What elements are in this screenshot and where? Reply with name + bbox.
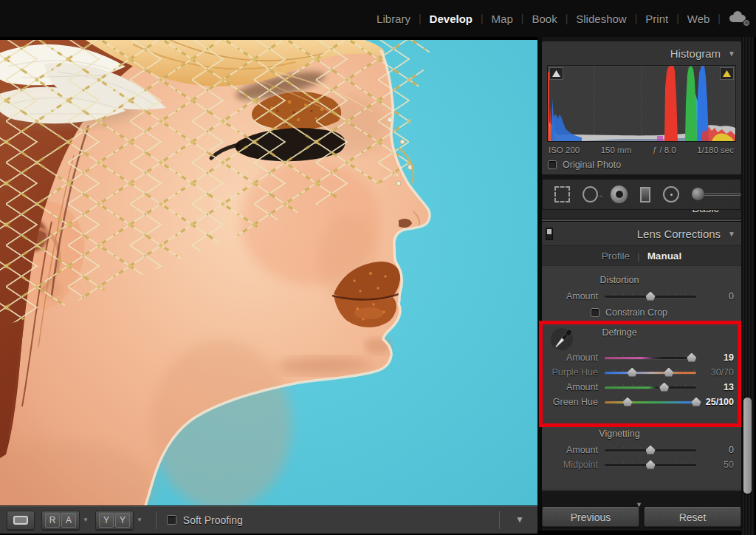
slider-handle[interactable] bbox=[664, 368, 673, 377]
defringe-purple-hue-slider[interactable] bbox=[605, 372, 696, 374]
nav-web[interactable]: Web bbox=[679, 13, 718, 25]
toolbar-options-caret[interactable]: ▼ bbox=[515, 514, 524, 525]
lens-corrections-title: Lens Corrections bbox=[637, 228, 721, 240]
photo-preview[interactable] bbox=[0, 37, 537, 505]
collapse-triangle-icon[interactable]: ▼ bbox=[728, 230, 735, 238]
slider-handle[interactable] bbox=[646, 292, 656, 301]
previous-button[interactable]: Previous bbox=[542, 507, 639, 527]
sync-cloud-icon[interactable]: × bbox=[728, 10, 750, 27]
exif-focal-length: 150 mm bbox=[601, 146, 632, 154]
histogram-graph bbox=[548, 66, 735, 141]
constrain-crop-row: Constrain Crop bbox=[542, 304, 741, 321]
nav-separator: | bbox=[718, 13, 721, 24]
clipped-panel-title: Basic bbox=[692, 210, 719, 214]
lens-corrections-panel: Lens Corrections ▼ Profile | Manual Dist… bbox=[542, 222, 741, 491]
exif-shutter: 1/180 sec bbox=[697, 146, 734, 154]
module-picker-bar: Library | Develop | Map | Book | Slidesh… bbox=[0, 0, 756, 37]
split-letter: Y bbox=[99, 513, 114, 528]
exif-aperture: ƒ / 8.0 bbox=[653, 146, 676, 154]
slider-handle[interactable] bbox=[646, 446, 656, 454]
exif-iso: ISO 200 bbox=[549, 146, 580, 154]
slider-label: Midpoint bbox=[545, 460, 598, 470]
slider-label: Amount bbox=[545, 352, 598, 363]
histogram-display[interactable] bbox=[547, 65, 736, 142]
collapse-triangle-icon[interactable]: ▼ bbox=[728, 50, 735, 58]
lens-corrections-content: Distortion Amount 0 Constrain Crop bbox=[542, 266, 741, 489]
distortion-amount-slider[interactable] bbox=[605, 296, 696, 298]
slider-handle[interactable] bbox=[646, 460, 656, 469]
original-photo-row: Original Photo bbox=[542, 154, 741, 170]
split-dropdown-caret[interactable]: ▼ bbox=[137, 517, 142, 523]
spot-removal-icon[interactable] bbox=[583, 186, 598, 202]
panel-scrollbar-thumb[interactable] bbox=[743, 398, 752, 494]
eyedropper-icon[interactable] bbox=[549, 326, 574, 352]
slider-label: Amount bbox=[545, 382, 598, 392]
histogram-panel: Histogram ▼ bbox=[542, 41, 741, 174]
vignetting-amount-row: Amount 0 bbox=[542, 443, 741, 457]
soft-proofing-label: Soft Proofing bbox=[183, 514, 243, 526]
photo-canvas bbox=[0, 37, 537, 505]
slider-label: Amount bbox=[545, 445, 598, 455]
slider-label: Green Hue bbox=[545, 397, 598, 407]
before-after-dropdown-caret[interactable]: ▼ bbox=[83, 517, 89, 523]
slider-label: Amount bbox=[545, 291, 598, 301]
right-panel-column: Histogram ▼ bbox=[537, 37, 756, 535]
before-after-split-button[interactable]: Y Y bbox=[95, 511, 134, 530]
slider-handle[interactable] bbox=[659, 383, 669, 392]
slider-handle[interactable] bbox=[687, 353, 696, 362]
toolbar-divider bbox=[156, 511, 157, 529]
defringe-section: Defringe Amount 19 Purple Hue bbox=[542, 321, 741, 426]
original-photo-checkbox[interactable] bbox=[548, 160, 557, 169]
sync-status-badge: × bbox=[743, 19, 750, 27]
soft-proofing-checkbox[interactable] bbox=[167, 515, 176, 525]
defringe-amount-purple-row: Amount 19 bbox=[542, 350, 741, 365]
nav-book[interactable]: Book bbox=[523, 13, 565, 25]
after-letter: A bbox=[61, 513, 76, 528]
defringe-purple-amount-slider[interactable] bbox=[605, 357, 696, 359]
reset-button[interactable]: Reset bbox=[644, 507, 741, 527]
constrain-crop-checkbox[interactable] bbox=[591, 308, 599, 317]
lens-corrections-tabs: Profile | Manual bbox=[542, 245, 741, 266]
vignetting-midpoint-slider[interactable] bbox=[605, 464, 696, 466]
distortion-section-label: Distortion bbox=[542, 275, 697, 285]
defringe-amount-green-row: Amount 13 bbox=[542, 380, 741, 395]
brush-slider-line bbox=[703, 193, 741, 196]
toolbar-divider bbox=[499, 511, 500, 529]
graduated-filter-icon[interactable] bbox=[640, 187, 650, 202]
nav-map[interactable]: Map bbox=[484, 13, 521, 25]
histogram-title: Histogram bbox=[670, 47, 721, 60]
red-eye-correction-icon[interactable] bbox=[611, 185, 628, 203]
defringe-purple-hue-row: Purple Hue 30/70 bbox=[542, 365, 741, 380]
constrain-crop-label: Constrain Crop bbox=[605, 307, 667, 318]
original-photo-label: Original Photo bbox=[563, 160, 621, 170]
nav-print[interactable]: Print bbox=[637, 13, 676, 25]
slider-handle[interactable] bbox=[628, 368, 637, 377]
vignetting-amount-slider[interactable] bbox=[605, 449, 696, 451]
tab-manual[interactable]: Manual bbox=[647, 251, 682, 262]
nav-library[interactable]: Library bbox=[368, 13, 419, 25]
highlight-clipping-indicator[interactable] bbox=[720, 67, 734, 80]
slider-handle[interactable] bbox=[623, 398, 633, 406]
slider-value: 13 bbox=[696, 382, 741, 392]
lens-corrections-header[interactable]: Lens Corrections ▼ bbox=[542, 222, 741, 245]
before-after-lr-button[interactable]: R A bbox=[41, 511, 80, 530]
defringe-green-hue-row: Green Hue 25/100 bbox=[542, 395, 741, 409]
shadow-clipping-indicator[interactable] bbox=[549, 67, 563, 80]
lightroom-develop-window: Library | Develop | Map | Book | Slidesh… bbox=[0, 0, 756, 535]
panel-scrollbar-track[interactable] bbox=[741, 37, 755, 535]
nav-develop[interactable]: Develop bbox=[422, 13, 481, 25]
adjustment-brush-icon[interactable] bbox=[692, 185, 740, 203]
slider-value: 0 bbox=[696, 291, 741, 301]
crop-overlay-icon[interactable] bbox=[554, 186, 570, 202]
loupe-view-button[interactable] bbox=[7, 511, 35, 530]
radial-filter-icon[interactable] bbox=[663, 186, 678, 202]
panel-toggle-switch[interactable] bbox=[546, 228, 553, 240]
nav-slideshow[interactable]: Slideshow bbox=[568, 13, 634, 25]
loupe-view-icon bbox=[13, 516, 28, 525]
histogram-header[interactable]: Histogram ▼ bbox=[542, 41, 741, 65]
tab-profile[interactable]: Profile bbox=[602, 251, 630, 262]
brush-tip bbox=[692, 188, 704, 200]
slider-value: 19 bbox=[696, 352, 741, 363]
defringe-green-hue-slider[interactable] bbox=[605, 401, 696, 403]
defringe-green-amount-slider[interactable] bbox=[605, 386, 696, 389]
